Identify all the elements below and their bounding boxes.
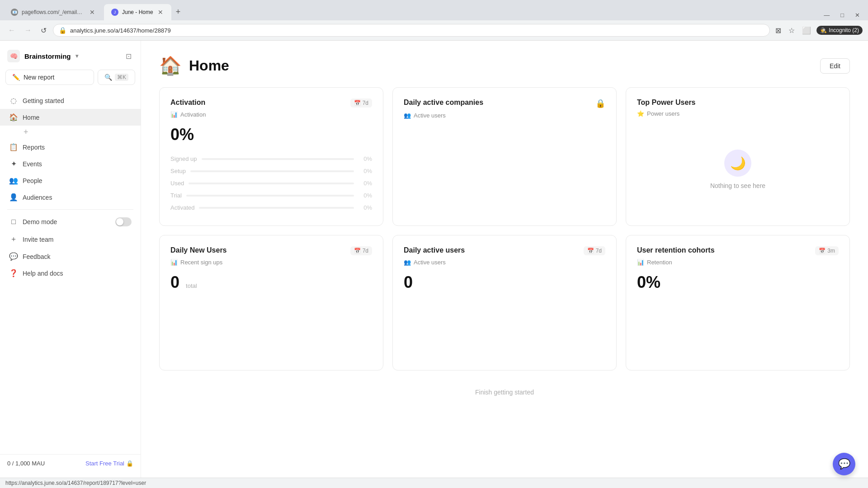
- browser-chrome: 📧 pageflows.com/_/emails/_/7fb5... ✕ J J…: [0, 0, 868, 41]
- workspace-icon: 🧠: [7, 50, 20, 62]
- sidebar-item-audiences[interactable]: 👤 Audiences: [0, 189, 141, 206]
- toggle-knob: [116, 218, 123, 225]
- dnu-subtitle-icon: 📊: [170, 259, 178, 266]
- urc-card-badge: 📅 3m: [815, 246, 839, 255]
- urc-calendar-icon: 📅: [819, 248, 826, 254]
- card-row-setup: Setup 0%: [170, 165, 372, 177]
- sidebar-collapse-button[interactable]: ⊡: [124, 50, 133, 62]
- tab-1-close[interactable]: ✕: [89, 8, 96, 17]
- sidebar-header: 🧠 Brainstorming ▾ ⊡: [0, 46, 141, 70]
- tpu-card-subtitle: ⭐ Power users: [637, 110, 839, 117]
- sidebar-item-feedback[interactable]: 💬 Feedback: [0, 248, 141, 265]
- free-trial-link[interactable]: Start Free Trial 🔒: [85, 460, 133, 467]
- free-trial-label: Start Free Trial: [85, 460, 124, 467]
- sidebar-actions: ✏️ New report 🔍 ⌘K: [0, 70, 141, 92]
- refresh-button[interactable]: ↺: [38, 24, 49, 37]
- incognito-badge: 🕵 Incognito (2): [816, 26, 863, 35]
- dnu-card-badge: 📅 7d: [350, 246, 372, 255]
- mau-usage: 0 / 1,000 MAU: [7, 460, 45, 467]
- free-trial-lock-icon: 🔒: [126, 460, 133, 467]
- dau-card-badge: 📅 7d: [584, 246, 605, 255]
- window-maximize[interactable]: □: [838, 10, 847, 20]
- tpu-card-title: Top Power Users: [637, 99, 696, 107]
- row-label-used: Used: [170, 180, 184, 187]
- dau-calendar-icon: 📅: [587, 248, 594, 254]
- dac-subtitle-icon: 👥: [404, 112, 411, 119]
- sidebar-item-demo-mode[interactable]: □ Demo mode: [0, 213, 141, 230]
- extension-icon[interactable]: ⬜: [800, 24, 813, 37]
- tab-2[interactable]: J June - Home ✕: [104, 4, 171, 20]
- tab-1-favicon: 📧: [11, 9, 18, 16]
- dau-card-header: Daily active users 📅 7d: [404, 246, 605, 255]
- sidebar-divider: [7, 209, 133, 210]
- activation-card: Activation 📅 7d 📊 Activation 0% Signed u…: [159, 87, 383, 226]
- activation-subtitle-text: Activation: [180, 111, 206, 118]
- activation-subtitle-icon: 📊: [170, 111, 178, 118]
- tab-2-close[interactable]: ✕: [157, 8, 164, 17]
- window-minimize[interactable]: —: [821, 10, 832, 20]
- cast-icon[interactable]: ⊠: [774, 24, 783, 37]
- sidebar-item-home[interactable]: 🏠 Home: [0, 109, 141, 126]
- tab-1[interactable]: 📧 pageflows.com/_/emails/_/7fb5... ✕: [4, 4, 103, 20]
- search-kbd: ⌘K: [115, 74, 128, 81]
- dau-subtitle-icon: 👥: [404, 259, 411, 266]
- new-report-label: New report: [24, 74, 54, 81]
- nothing-icon: 🌙: [724, 150, 751, 177]
- reports-add-icon[interactable]: +: [24, 127, 28, 137]
- activation-card-subtitle: 📊 Activation: [170, 111, 372, 118]
- new-tab-button[interactable]: +: [172, 4, 184, 20]
- new-report-icon: ✏️: [12, 74, 20, 81]
- help-icon: ❓: [9, 269, 18, 277]
- row-value-setup: 0%: [359, 168, 372, 174]
- activation-card-title: Activation: [170, 99, 205, 107]
- workspace-chevron-icon: ▾: [75, 53, 78, 59]
- dau-card-value: 0: [404, 273, 605, 292]
- chat-bubble-icon: 💬: [838, 458, 850, 470]
- audiences-icon: 👤: [9, 193, 18, 202]
- dau-card-title: Daily active users: [404, 246, 465, 254]
- urc-card-header: User retention cohorts 📅 3m: [637, 246, 839, 255]
- activation-card-rows: Signed up 0% Setup 0% Used 0%: [170, 153, 372, 213]
- user-retention-card: User retention cohorts 📅 3m 📊 Retention …: [626, 235, 850, 371]
- browser-toolbar: ← → ↺ 🔒 analytics.june.so/a/14637/home/2…: [0, 20, 868, 40]
- demo-mode-toggle[interactable]: [115, 217, 132, 226]
- back-button[interactable]: ←: [5, 24, 18, 36]
- dnu-subtitle-text: Recent sign ups: [180, 259, 222, 266]
- lock-icon: 🔒: [595, 99, 605, 108]
- sidebar-item-people[interactable]: 👥 People: [0, 172, 141, 189]
- tab-1-title: pageflows.com/_/emails/_/7fb5...: [22, 9, 85, 15]
- dac-card-header: Daily active companies 🔒: [404, 99, 605, 108]
- cards-grid: Activation 📅 7d 📊 Activation 0% Signed u…: [141, 87, 868, 389]
- chat-bubble-button[interactable]: 💬: [833, 453, 855, 475]
- daily-active-users-card: Daily active users 📅 7d 👥 Active users 0: [392, 235, 617, 371]
- tab-2-favicon: J: [111, 9, 118, 16]
- new-report-button[interactable]: ✏️ New report: [5, 70, 94, 85]
- search-button[interactable]: 🔍 ⌘K: [98, 70, 135, 85]
- urc-card-title: User retention cohorts: [637, 246, 715, 254]
- home-label: Home: [23, 114, 132, 121]
- row-bar-setup: [190, 170, 354, 172]
- window-close[interactable]: ✕: [852, 10, 863, 20]
- dnu-calendar-icon: 📅: [354, 248, 361, 254]
- sidebar-item-help-docs[interactable]: ❓ Help and docs: [0, 265, 141, 282]
- sidebar-item-invite-team[interactable]: ＋ Invite team: [0, 230, 141, 248]
- daily-active-companies-card: Daily active companies 🔒 👥 Active users: [392, 87, 617, 226]
- dnu-card-header: Daily New Users 📅 7d: [170, 246, 372, 255]
- dnu-card-value: 0 total: [170, 273, 372, 292]
- sidebar-item-getting-started[interactable]: ◌ Getting started: [0, 92, 141, 109]
- top-power-users-card: Top Power Users ⭐ Power users 🌙 Nothing …: [626, 87, 850, 226]
- address-text: analytics.june.so/a/14637/home/28879: [70, 27, 764, 34]
- demo-mode-label: Demo mode: [23, 218, 57, 225]
- main-header: 🏠 Home Edit: [141, 41, 868, 87]
- workspace-selector[interactable]: 🧠 Brainstorming ▾: [7, 50, 78, 62]
- forward-button[interactable]: →: [22, 24, 34, 36]
- row-label-signed-up: Signed up: [170, 155, 197, 162]
- dnu-card-title: Daily New Users: [170, 246, 227, 254]
- reports-section-header: +: [0, 126, 141, 139]
- edit-button[interactable]: Edit: [820, 58, 850, 74]
- address-bar[interactable]: 🔒 analytics.june.so/a/14637/home/28879: [53, 24, 770, 37]
- dau-card-subtitle: 👥 Active users: [404, 259, 605, 266]
- sidebar-item-reports[interactable]: 📋 Reports: [0, 139, 141, 155]
- bookmark-icon[interactable]: ☆: [787, 24, 797, 37]
- sidebar-item-events[interactable]: ✦ Events: [0, 155, 141, 172]
